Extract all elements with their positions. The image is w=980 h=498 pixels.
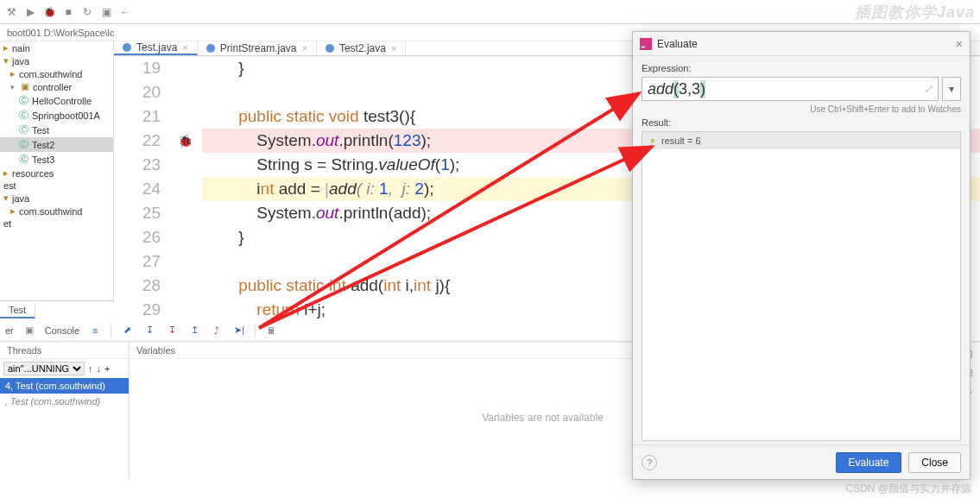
dialog-title: Evaluate bbox=[657, 38, 698, 50]
svg-rect-0 bbox=[640, 38, 652, 50]
evaluate-dialog: Evaluate × Expression: add(3,3) ⤢ ▾ Use … bbox=[632, 31, 971, 480]
force-step-icon[interactable]: ↧ bbox=[165, 324, 179, 337]
shortcut-hint: Use Ctrl+Shift+Enter to add to Watches bbox=[642, 104, 961, 114]
threads-panel[interactable]: Threads ain"...UNNING ↑ ↓ + 4, Test (com… bbox=[0, 343, 130, 480]
list-icon[interactable]: ≡ bbox=[88, 324, 102, 337]
run-icon[interactable]: ▶ bbox=[24, 6, 36, 18]
hammer-icon[interactable]: ⚒ bbox=[5, 6, 17, 18]
tree-item[interactable]: Ⓒ Springboot001A bbox=[0, 108, 113, 123]
breadcrumb-text: boot001 D:\WorkSpace\lc bbox=[7, 28, 115, 38]
dialog-titlebar[interactable]: Evaluate × bbox=[633, 32, 970, 56]
help-icon[interactable]: ? bbox=[642, 455, 657, 470]
debugger-label: er bbox=[5, 325, 14, 336]
java-icon bbox=[123, 43, 131, 52]
result-row[interactable]: ∘ result = 6 bbox=[642, 132, 960, 149]
tree-item-selected[interactable]: Ⓒ Test2 bbox=[0, 137, 113, 152]
step-into-icon[interactable]: ↧ bbox=[142, 324, 156, 337]
breakpoint-icon[interactable]: 🐞 bbox=[178, 134, 193, 148]
tab-test-java[interactable]: Test.java× bbox=[114, 41, 198, 55]
step-out-icon[interactable]: ↥ bbox=[187, 324, 201, 337]
close-icon[interactable]: × bbox=[391, 43, 396, 54]
result-label: Result: bbox=[642, 117, 961, 128]
line-numbers: 1920212223242526272829 bbox=[114, 56, 168, 322]
tree-item[interactable]: ▾java bbox=[0, 192, 113, 205]
expand-icon[interactable]: ⤢ bbox=[924, 83, 933, 95]
evaluate-button[interactable]: Evaluate bbox=[836, 452, 902, 473]
tree-item[interactable]: Ⓒ HelloControlle bbox=[0, 93, 113, 108]
tree-item[interactable]: Ⓒ Test3 bbox=[0, 152, 113, 167]
stop-icon[interactable]: ■ bbox=[62, 6, 74, 18]
lower-tab-test[interactable]: Test bbox=[0, 303, 35, 318]
tree-item[interactable]: ▾▣ controller bbox=[0, 80, 113, 93]
back-icon[interactable]: ← bbox=[119, 6, 131, 18]
step-over-icon[interactable]: ⬈ bbox=[120, 324, 134, 337]
thread-select[interactable]: ain"...UNNING bbox=[3, 362, 85, 375]
tab-test2-java[interactable]: Test2.java× bbox=[317, 41, 406, 55]
console-label[interactable]: Console bbox=[45, 325, 79, 336]
tree-item[interactable]: ▸com.southwind bbox=[0, 67, 113, 80]
tree-item[interactable]: ▸com.southwind bbox=[0, 205, 113, 217]
csdn-credit: CSDN @颜值与实力并存源 bbox=[845, 482, 971, 496]
drop-frame-icon[interactable]: ⤴ bbox=[210, 324, 224, 337]
project-tree[interactable]: ▸nain ▾java ▸com.southwind ▾▣ controller… bbox=[0, 41, 114, 300]
close-button[interactable]: Close bbox=[908, 452, 961, 473]
tree-item[interactable]: ▸resources bbox=[0, 167, 113, 180]
variables-placeholder: Variables are not available bbox=[482, 412, 604, 424]
box-icon[interactable]: ▣ bbox=[100, 6, 112, 18]
expression-input[interactable]: add(3,3) ⤢ bbox=[642, 77, 939, 101]
tab-printstream[interactable]: PrintStream.java× bbox=[198, 41, 317, 55]
evaluate-icon[interactable]: 🖩 bbox=[264, 324, 278, 337]
sync-icon[interactable]: ↻ bbox=[81, 6, 93, 18]
tree-item[interactable]: est bbox=[0, 180, 113, 192]
tree-item[interactable]: et bbox=[0, 217, 113, 230]
plus-icon[interactable]: + bbox=[104, 363, 110, 374]
stack-frame[interactable]: , Test (com.southwind) bbox=[0, 394, 129, 409]
intellij-icon bbox=[640, 38, 652, 50]
tree-item[interactable]: Ⓒ Test bbox=[0, 123, 113, 137]
arrow-up-icon[interactable]: ↑ bbox=[88, 363, 93, 374]
stack-frame[interactable]: 4, Test (com.southwind) bbox=[0, 378, 129, 394]
run-to-cursor-icon[interactable]: ➤| bbox=[232, 324, 246, 337]
expression-label: Expression: bbox=[642, 63, 961, 73]
svg-rect-1 bbox=[642, 46, 645, 47]
close-icon[interactable]: × bbox=[956, 37, 963, 51]
result-tree[interactable]: ∘ result = 6 bbox=[642, 131, 961, 441]
console-icon[interactable]: ▣ bbox=[22, 324, 36, 337]
gutter-icons[interactable]: 🐞 bbox=[168, 56, 202, 322]
java-icon bbox=[326, 44, 334, 53]
history-dropdown[interactable]: ▾ bbox=[942, 77, 961, 101]
debug-icon[interactable]: 🐞 bbox=[43, 6, 55, 18]
java-icon bbox=[206, 44, 215, 53]
result-icon: ∘ bbox=[649, 135, 656, 147]
top-toolbar: ⚒ ▶ 🐞 ■ ↻ ▣ ← bbox=[0, 0, 980, 24]
tree-item[interactable]: ▸nain bbox=[0, 41, 113, 54]
close-icon[interactable]: × bbox=[182, 42, 187, 53]
close-icon[interactable]: × bbox=[302, 43, 307, 54]
threads-header: Threads bbox=[0, 343, 129, 359]
tree-item[interactable]: ▾java bbox=[0, 54, 113, 67]
arrow-down-icon[interactable]: ↓ bbox=[97, 363, 102, 374]
